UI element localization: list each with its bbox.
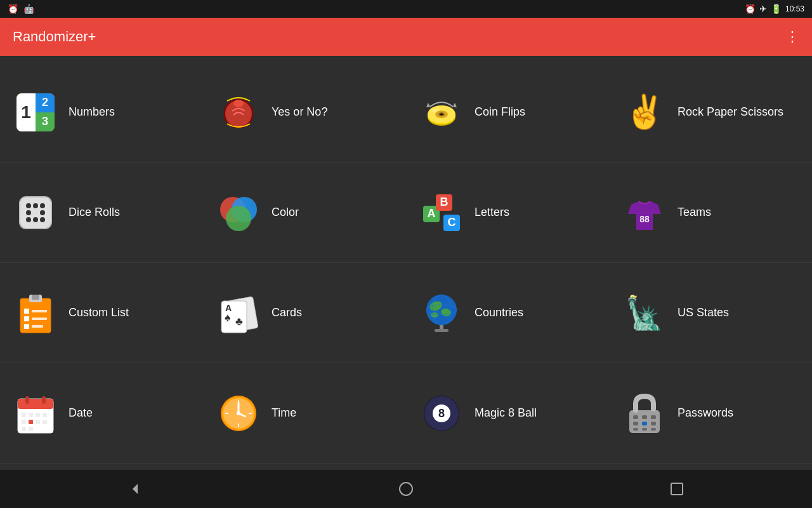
svg-rect-32 bbox=[32, 295, 39, 300]
rock-paper-scissors-item[interactable]: ✌️ Rock Paper Scissors bbox=[609, 62, 812, 163]
svg-marker-10 bbox=[426, 103, 430, 107]
svg-rect-61 bbox=[29, 420, 33, 424]
magic-8-ball-label: Magic 8 Ball bbox=[475, 406, 537, 420]
feature-grid: 1 2 3 Numbers bbox=[0, 62, 812, 464]
coin-flips-label: Coin Flips bbox=[475, 105, 525, 119]
svg-rect-62 bbox=[36, 420, 40, 424]
time-item[interactable]: Time bbox=[203, 363, 406, 464]
svg-rect-59 bbox=[43, 413, 47, 417]
svg-rect-88 bbox=[642, 428, 647, 431]
svg-point-8 bbox=[440, 113, 443, 115]
rock-paper-scissors-icon: ✌️ bbox=[622, 90, 667, 135]
svg-point-15 bbox=[26, 210, 31, 215]
svg-point-13 bbox=[33, 203, 38, 208]
status-bar-right: ⏰ ✈ 🔋 10:53 bbox=[745, 4, 804, 14]
airplane-icon: ✈ bbox=[759, 4, 767, 14]
numbers-item[interactable]: 1 2 3 Numbers bbox=[0, 62, 203, 163]
nav-bar bbox=[0, 470, 812, 508]
color-icon bbox=[216, 190, 261, 236]
app-title: Randomizer+ bbox=[13, 29, 96, 45]
date-item[interactable]: Date bbox=[0, 363, 203, 464]
color-label: Color bbox=[272, 206, 299, 220]
status-bar: ⏰ 🤖 ⏰ ✈ 🔋 10:53 bbox=[0, 0, 812, 18]
date-label: Date bbox=[69, 406, 93, 420]
svg-point-91 bbox=[400, 483, 412, 495]
svg-text:B: B bbox=[440, 196, 449, 208]
alarm-status-icon: ⏰ bbox=[745, 4, 756, 14]
svg-rect-92 bbox=[671, 483, 683, 495]
svg-point-18 bbox=[33, 217, 38, 222]
svg-point-19 bbox=[40, 217, 45, 222]
svg-rect-85 bbox=[642, 422, 647, 425]
teams-icon: 88 bbox=[622, 190, 667, 236]
custom-list-label: Custom List bbox=[69, 306, 129, 320]
numbers-icon: 1 2 3 bbox=[13, 90, 58, 135]
svg-rect-55 bbox=[42, 396, 46, 404]
countries-item[interactable]: Countries bbox=[406, 263, 609, 363]
svg-rect-37 bbox=[24, 324, 29, 329]
svg-rect-89 bbox=[651, 428, 656, 431]
svg-point-12 bbox=[26, 203, 31, 208]
svg-point-75 bbox=[237, 411, 240, 415]
back-button[interactable] bbox=[116, 470, 154, 508]
coin-flips-item[interactable]: Coin Flips bbox=[406, 62, 609, 163]
svg-rect-54 bbox=[25, 396, 29, 404]
svg-rect-87 bbox=[633, 428, 638, 431]
letters-icon: A B C bbox=[419, 190, 464, 236]
svg-rect-58 bbox=[36, 413, 40, 417]
svg-rect-11 bbox=[20, 197, 51, 229]
main-content: 1 2 3 Numbers bbox=[0, 56, 812, 470]
svg-text:♠: ♠ bbox=[225, 311, 231, 324]
svg-rect-82 bbox=[642, 415, 647, 419]
us-states-label: US States bbox=[678, 306, 729, 320]
custom-list-item[interactable]: Custom List bbox=[0, 263, 203, 363]
time-icon bbox=[216, 391, 261, 436]
cards-label: Cards bbox=[272, 306, 302, 320]
svg-marker-9 bbox=[453, 103, 457, 107]
countries-icon bbox=[419, 290, 464, 336]
svg-rect-36 bbox=[32, 318, 47, 320]
time-display: 10:53 bbox=[785, 4, 804, 13]
svg-point-14 bbox=[40, 203, 45, 208]
status-bar-left: ⏰ 🤖 bbox=[8, 4, 34, 14]
svg-rect-63 bbox=[43, 420, 47, 424]
passwords-item[interactable]: Passwords bbox=[609, 363, 812, 464]
us-states-item[interactable]: 🗽 US States bbox=[609, 263, 812, 363]
svg-marker-90 bbox=[133, 484, 138, 494]
svg-rect-35 bbox=[24, 316, 29, 321]
custom-list-icon bbox=[13, 290, 58, 336]
svg-rect-33 bbox=[24, 309, 29, 314]
cards-item[interactable]: A ♠ ♣ Cards bbox=[203, 263, 406, 363]
svg-rect-60 bbox=[22, 420, 26, 424]
numbers-label: Numbers bbox=[69, 105, 115, 119]
svg-rect-38 bbox=[32, 325, 43, 328]
dice-rolls-icon bbox=[13, 190, 58, 236]
svg-rect-51 bbox=[435, 329, 449, 332]
dice-rolls-label: Dice Rolls bbox=[69, 206, 120, 220]
svg-text:88: 88 bbox=[639, 214, 650, 224]
svg-rect-34 bbox=[32, 310, 47, 312]
menu-button[interactable]: ⋮ bbox=[785, 29, 799, 45]
svg-point-1 bbox=[233, 100, 244, 107]
svg-point-17 bbox=[26, 217, 31, 222]
svg-text:8: 8 bbox=[438, 407, 445, 420]
home-button[interactable] bbox=[387, 470, 425, 508]
svg-rect-81 bbox=[633, 415, 638, 419]
svg-rect-53 bbox=[18, 399, 53, 409]
yes-or-no-icon bbox=[216, 90, 261, 135]
dice-rolls-item[interactable]: Dice Rolls bbox=[0, 163, 203, 263]
color-item[interactable]: Color bbox=[203, 163, 406, 263]
app-bar: Randomizer+ ⋮ bbox=[0, 18, 812, 56]
coin-flips-icon bbox=[419, 90, 464, 135]
magic-8-ball-icon: 8 bbox=[419, 391, 464, 436]
teams-item[interactable]: 88 Teams bbox=[609, 163, 812, 263]
magic-8-ball-item[interactable]: 8 Magic 8 Ball bbox=[406, 363, 609, 464]
svg-text:A: A bbox=[428, 207, 436, 220]
svg-rect-83 bbox=[651, 415, 656, 419]
svg-point-16 bbox=[40, 210, 45, 215]
recent-button[interactable] bbox=[658, 470, 696, 508]
rock-paper-scissors-label: Rock Paper Scissors bbox=[678, 105, 783, 119]
yes-or-no-item[interactable]: Yes or No? bbox=[203, 62, 406, 163]
passwords-icon bbox=[622, 391, 667, 436]
letters-item[interactable]: A B C Letters bbox=[406, 163, 609, 263]
